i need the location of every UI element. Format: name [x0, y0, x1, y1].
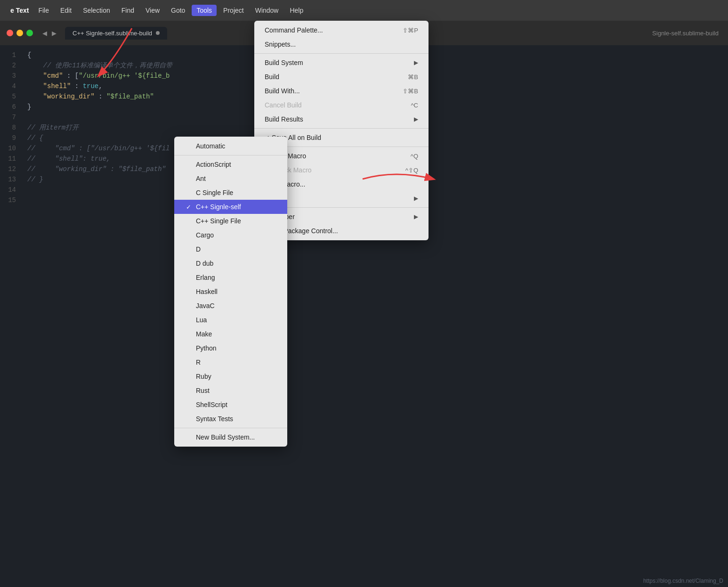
menubar-edit[interactable]: Edit — [56, 5, 76, 16]
build-item-label: Syntax Tests — [196, 415, 233, 423]
build-item-javac[interactable]: JavaC — [174, 299, 287, 313]
menubar-view[interactable]: View — [141, 5, 164, 16]
line-num: 6 — [0, 102, 16, 112]
build-item-label: Rust — [196, 387, 210, 394]
build-item-make[interactable]: Make — [174, 327, 287, 341]
menu-shortcut: ^Q — [411, 153, 418, 160]
build-item-python[interactable]: Python — [174, 341, 287, 355]
build-item-label: D — [196, 245, 201, 253]
line-num: 14 — [0, 185, 16, 195]
menu-item-label: Install Package Control... — [265, 227, 418, 235]
menubar-find[interactable]: Find — [117, 5, 139, 16]
build-item-d[interactable]: D — [174, 242, 287, 256]
build-item-label: R — [196, 359, 201, 366]
build-item-syntax-tests[interactable]: Syntax Tests — [174, 412, 287, 426]
build-item-label: Haskell — [196, 288, 218, 295]
line-num: 8 — [0, 122, 16, 133]
build-item-label: JavaC — [196, 302, 215, 310]
line-num: 1 — [0, 50, 16, 60]
build-separator-2 — [174, 428, 287, 428]
build-item-label: New Build System... — [196, 433, 255, 441]
build-item-automatic[interactable]: Automatic — [174, 139, 287, 153]
file-tab[interactable]: C++ Signle-self.sublime-build — [65, 27, 167, 40]
build-item-ant[interactable]: Ant — [174, 171, 287, 186]
menu-command-palette[interactable]: Command Palette... ⇧⌘P — [254, 23, 429, 37]
menubar-file[interactable]: File — [33, 5, 54, 16]
line-num: 5 — [0, 91, 16, 102]
menu-item-label: Build Results — [265, 115, 414, 123]
right-panel-title: Signle-self.sublime-build — [652, 30, 719, 37]
menu-item-label: Build System — [265, 59, 414, 66]
build-check-icon: ✓ — [185, 204, 192, 211]
nav-arrows: ◀ ▶ — [40, 29, 58, 37]
menu-shortcut: ⌘B — [408, 73, 418, 81]
menu-item-label: Save Macro... — [265, 180, 418, 188]
menu-item-label: Snippets... — [265, 41, 418, 48]
line-num: 10 — [0, 143, 16, 154]
menu-build-results[interactable]: Build Results ▶ — [254, 112, 429, 126]
tab-label: C++ Signle-self.sublime-build — [73, 30, 152, 37]
build-item-r[interactable]: R — [174, 355, 287, 369]
minimize-button[interactable] — [16, 30, 23, 36]
submenu-arrow-icon: ▶ — [414, 213, 418, 220]
line-num: 2 — [0, 60, 16, 71]
menu-separator-2 — [254, 128, 429, 129]
menubar-goto[interactable]: Goto — [166, 5, 190, 16]
build-item-label: ActionScript — [196, 161, 231, 168]
build-item-label: Ruby — [196, 373, 211, 380]
menu-item-label: Build — [265, 73, 408, 81]
menubar-project[interactable]: Project — [218, 5, 249, 16]
submenu-arrow-icon: ▶ — [414, 116, 418, 122]
menu-shortcut: ⇧⌘P — [403, 27, 418, 34]
build-item-new[interactable]: New Build System... — [174, 430, 287, 444]
menu-snippets[interactable]: Snippets... — [254, 37, 429, 51]
nav-forward-arrow[interactable]: ▶ — [50, 29, 58, 37]
line-num: 9 — [0, 133, 16, 143]
build-item-d-dub[interactable]: D dub — [174, 256, 287, 270]
menubar-tools[interactable]: Tools — [192, 5, 217, 16]
menu-item-label: Cancel Build — [265, 101, 411, 109]
submenu-arrow-icon: ▶ — [414, 59, 418, 66]
build-item-haskell[interactable]: Haskell — [174, 285, 287, 299]
watermark: https://blog.csdn.net/Claming_D — [643, 578, 723, 584]
build-item-label: Automatic — [196, 142, 225, 150]
build-item-actionscript[interactable]: ActionScript — [174, 157, 287, 171]
build-item-label: Erlang — [196, 274, 215, 281]
menubar-app[interactable]: e Text — [6, 5, 33, 16]
build-item-label: Lua — [196, 316, 207, 324]
menu-build-system[interactable]: Build System ▶ — [254, 56, 429, 70]
nav-back-arrow[interactable]: ◀ — [40, 29, 49, 37]
menu-separator-1 — [254, 53, 429, 54]
menu-build[interactable]: Build ⌘B — [254, 70, 429, 84]
menubar-help[interactable]: Help — [285, 5, 308, 16]
line-num: 7 — [0, 112, 16, 122]
build-item-ruby[interactable]: Ruby — [174, 369, 287, 383]
line-num: 15 — [0, 195, 16, 205]
traffic-lights — [7, 30, 33, 36]
build-item-cpp-single-file[interactable]: C++ Single File — [174, 214, 287, 228]
build-item-erlang[interactable]: Erlang — [174, 270, 287, 285]
build-item-label: Cargo — [196, 231, 214, 239]
line-num: 4 — [0, 81, 16, 91]
build-item-shellscript[interactable]: ShellScript — [174, 398, 287, 412]
menu-build-with[interactable]: Build With... ⇧⌘B — [254, 84, 429, 98]
build-item-c-single-file[interactable]: C Single File — [174, 186, 287, 200]
close-button[interactable] — [7, 30, 13, 36]
menubar: e Text File Edit Selection Find View Got… — [0, 0, 728, 21]
build-item-lua[interactable]: Lua — [174, 313, 287, 327]
menubar-items: File Edit Selection Find View Goto Tools… — [33, 5, 308, 16]
build-item-cpp-signle-self[interactable]: ✓ C++ Signle-self — [174, 200, 287, 214]
build-item-cargo[interactable]: Cargo — [174, 228, 287, 242]
menubar-selection[interactable]: Selection — [78, 5, 115, 16]
maximize-button[interactable] — [26, 30, 33, 36]
build-item-label: C++ Single File — [196, 217, 241, 225]
menubar-window[interactable]: Window — [251, 5, 283, 16]
build-system-submenu: Automatic ActionScript Ant C Single File… — [174, 137, 287, 447]
line-num: 11 — [0, 154, 16, 164]
line-numbers: 1 2 3 4 5 6 7 8 9 10 11 12 13 14 15 — [0, 45, 23, 587]
build-item-rust[interactable]: Rust — [174, 383, 287, 398]
line-num: 12 — [0, 164, 16, 174]
build-item-label: Ant — [196, 175, 206, 182]
menu-shortcut: ^C — [411, 102, 419, 109]
submenu-arrow-icon: ▶ — [414, 195, 418, 202]
